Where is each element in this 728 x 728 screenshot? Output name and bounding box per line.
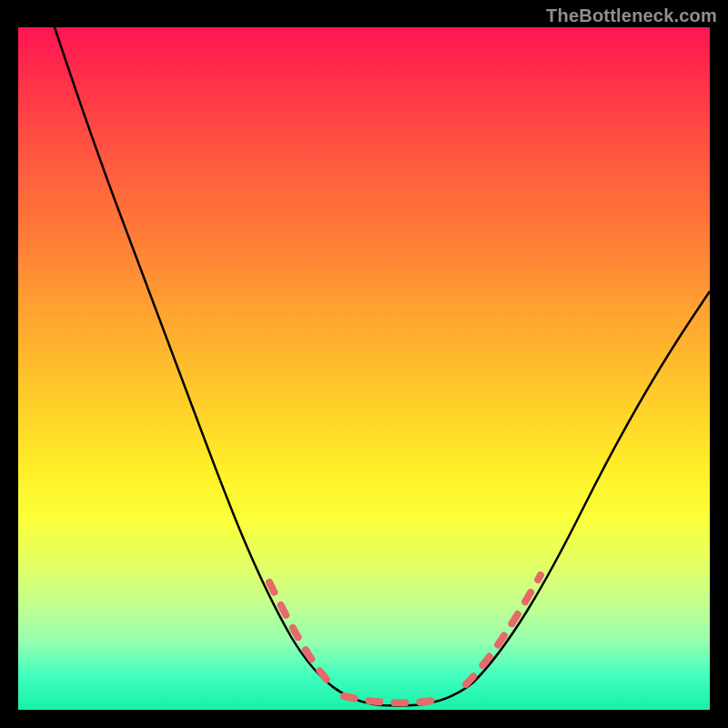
accent-dots-left	[269, 582, 328, 681]
chart-frame: TheBottleneck.com	[0, 0, 728, 728]
attribution-label: TheBottleneck.com	[546, 5, 717, 26]
curve-svg	[18, 27, 710, 710]
plot-area	[18, 27, 710, 710]
bottleneck-curve	[55, 27, 710, 706]
accent-dots-right	[466, 575, 541, 684]
